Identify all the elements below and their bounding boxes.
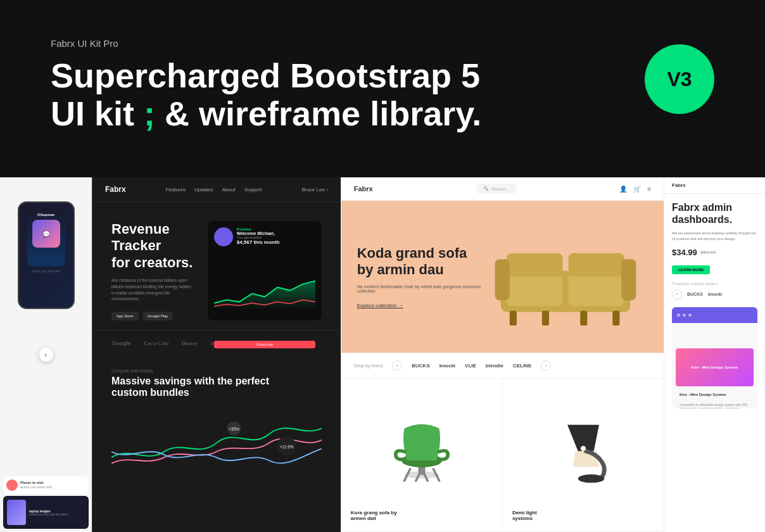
dash-row-1 [676, 327, 754, 346]
title-line1: Supercharged Bootstrap 5 [51, 56, 480, 94]
brand-prev-admin[interactable]: ‹ [672, 289, 682, 300]
svg-rect-7 [507, 274, 562, 306]
previews-row: Общение 💬 aches you must visit Places to… [0, 177, 765, 532]
card3-icons: 👤 🛒 ≡ [619, 186, 651, 193]
brand-blendle: blendle [486, 363, 503, 369]
explore-link[interactable]: Explore collection → [357, 303, 483, 308]
product-card-chair: Kora grang sofa byarmen dali [341, 379, 503, 531]
nav-link-support[interactable]: Support [244, 187, 262, 193]
product-name-lamp: Demi lightsystems [512, 510, 654, 521]
admin-brand-bucks: BUCKS [687, 292, 703, 296]
admin-brand-knocki: knocki [708, 292, 722, 296]
product-title: Koda grand sofaby armin dau [357, 245, 483, 279]
svg-rect-10 [569, 253, 624, 277]
svg-rect-8 [569, 274, 624, 306]
cart-icon[interactable]: 🛒 [633, 186, 641, 193]
header-subtitle: Fabrx UI Kit Pro [51, 38, 481, 49]
brand-bucks: BUCKS [412, 363, 429, 369]
svg-rect-15 [580, 311, 587, 326]
search-icon: 🔍 [483, 186, 489, 191]
brand-prev-arrow[interactable]: ‹ [392, 360, 402, 370]
design-system-name: Kira - Mini Design System [692, 365, 738, 369]
brand-next-arrow[interactable]: › [541, 360, 551, 370]
svg-rect-9 [507, 253, 562, 277]
card2-nav-links: Features Updates About Support [165, 187, 262, 193]
lamp-image [512, 388, 654, 504]
googleplay-btn[interactable]: Google Play [142, 312, 174, 320]
app-buttons: App Store Google Play [111, 312, 195, 320]
title-line2-suffix: & wireframe library. [155, 94, 481, 132]
card3-hero: Koda grand sofaby armin dau Na modern fa… [341, 201, 664, 353]
dash-main-image: Kira - Mini Design System [676, 348, 754, 386]
nav-profile[interactable]: Bruce Lee › [301, 187, 327, 193]
card4-content: Fabrx admindashboards. We are passionate… [664, 194, 765, 416]
header-section: Fabrx UI Kit Pro Supercharged Bootstrap … [0, 0, 765, 158]
learn-more-btn[interactable]: LEARN MORE [672, 265, 710, 274]
arrow-button[interactable]: › [39, 348, 53, 362]
design-system-label: Kira - Mini Design System [676, 389, 754, 400]
product-name-chair: Kora grang sofa byarmen dali [351, 510, 493, 521]
brand-cocacola: Coca-Cola [144, 340, 169, 346]
card-admin: Fabrx Fabrx admindashboards. We are pass… [664, 177, 765, 532]
title-accent: ; [144, 94, 155, 132]
product-desc: Na modern fashionable chair by robert ka… [357, 284, 483, 293]
svg-rect-11 [495, 259, 510, 300]
section2-title: Massive savings with the perfectcustom b… [111, 376, 322, 398]
price-old: $59.99 [700, 250, 716, 255]
card3-search[interactable]: 🔍 Search... [476, 184, 517, 194]
hero-text: Revenue Trackerfor creators. Are creatur… [111, 221, 195, 320]
card2-hero: Revenue Trackerfor creators. Are creatur… [92, 202, 341, 330]
svg-rect-14 [542, 311, 549, 326]
svg-rect-13 [510, 311, 517, 326]
card3-nav: Fabrx 🔍 Search... 👤 🛒 ≡ [341, 177, 664, 201]
svg-point-25 [581, 446, 586, 451]
savings-chart: +35% +12.6% [111, 408, 322, 484]
nav-link-updates[interactable]: Updates [194, 187, 213, 193]
trusted-label: Trusted by industry leaders [672, 282, 757, 286]
dash-mini-card-1 [676, 327, 714, 346]
card-revenue-tracker: Fabrx Features Updates About Support Bru… [92, 177, 341, 532]
card2-nav: Fabrx Features Updates About Support Bru… [92, 177, 341, 202]
subscribe-btn[interactable]: Subscribe [214, 341, 315, 348]
menu-icon[interactable]: ≡ [647, 186, 651, 193]
design-system-desc: A powerful on affordable design system w… [676, 403, 754, 408]
price-row: $34.99 $59.99 [672, 248, 757, 257]
dash-dot-1 [677, 314, 680, 317]
brand-celine: CELINE [513, 363, 531, 369]
products-grid: Kora grang sofa byarmen dali [341, 379, 664, 531]
card-ecommerce: Fabrx 🔍 Search... 👤 🛒 ≡ Koda grand sofab… [341, 177, 664, 532]
chart-area: +35% +12.6% [111, 408, 322, 484]
admin-brands: ‹ BUCKS knocki [672, 289, 757, 300]
hero-title: Revenue Trackerfor creators. [111, 221, 195, 271]
svg-text:+35%: +35% [229, 427, 239, 431]
card4-nav: Fabrx [664, 177, 765, 194]
header-title: Supercharged Bootstrap 5 UI kit ; & wire… [51, 56, 481, 133]
brands-row: Shop by brand ‹ BUCKS knocki VLIE blendl… [341, 353, 664, 379]
appstore-btn[interactable]: App Store [111, 312, 139, 320]
brand-knocki: knocki [439, 363, 455, 369]
sofa-image [483, 220, 648, 334]
dashboard-preview: Kira - Mini Design System Kira - Mini De… [672, 307, 757, 408]
v3-badge: V3 [645, 44, 714, 114]
dash-dot-3 [688, 314, 692, 317]
nav-link-about[interactable]: About [222, 187, 236, 193]
user-icon[interactable]: 👤 [619, 186, 627, 193]
nav-link-features[interactable]: Features [165, 187, 186, 193]
social-card-1: Places to visit aches you must visit... [3, 476, 89, 494]
brand-vlie: VLIE [465, 363, 476, 369]
card2-logo: Fabrx [105, 185, 126, 194]
hero-product-text: Koda grand sofaby armin dau Na modern fa… [357, 245, 483, 309]
svg-text:+12.6%: +12.6% [279, 445, 293, 449]
header-text: Fabrx UI Kit Pro Supercharged Bootstrap … [51, 38, 481, 133]
product-card-lamp: Demi lightsystems [503, 379, 664, 531]
card-mobile: Общение 💬 aches you must visit Places to… [0, 177, 92, 532]
brands-label: Shop by brand [354, 364, 383, 368]
svg-rect-16 [612, 311, 619, 326]
widget-chart [214, 250, 315, 337]
phone-screen: Общение 💬 aches you must visit [19, 203, 73, 308]
phone-mockup: Общение 💬 aches you must visit [18, 201, 75, 309]
card2-section2: Compete with friends Massive savings wit… [92, 356, 341, 497]
widget-title: Welcome Michael, [237, 231, 280, 236]
dash-mini-card-2 [716, 327, 754, 346]
chair-image [351, 388, 493, 504]
